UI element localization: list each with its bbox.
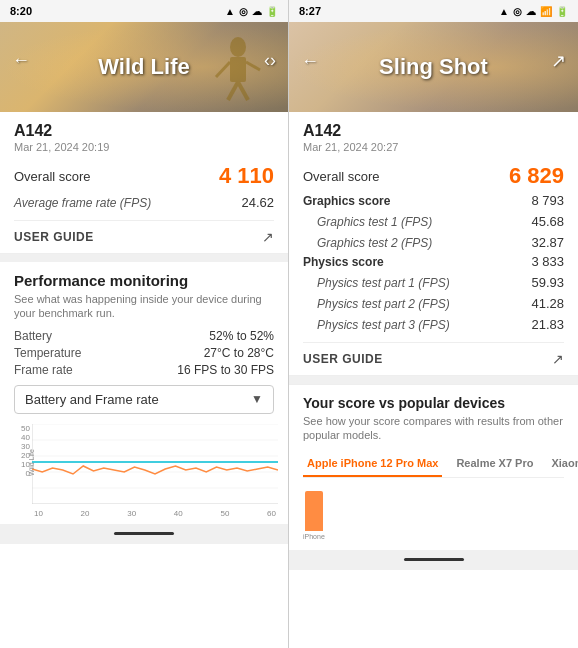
right-nav-bar: ← ↗ bbox=[289, 44, 578, 78]
right-signal-icon: ▲ bbox=[499, 6, 509, 17]
physics-test3-value: 21.83 bbox=[531, 317, 564, 332]
left-device-id: A142 bbox=[14, 122, 274, 140]
right-share-icon[interactable]: ↗ bbox=[552, 351, 564, 367]
perf-title: Performance monitoring bbox=[14, 272, 274, 289]
performance-chart bbox=[32, 424, 278, 504]
battery-icon: 🔋 bbox=[266, 6, 278, 17]
temp-label: Temperature bbox=[14, 346, 81, 360]
right-back-icon[interactable]: ← bbox=[301, 51, 319, 72]
left-fps-value: 24.62 bbox=[241, 195, 274, 210]
chart-wrapper: 50 40 30 20 10 0 bbox=[10, 424, 278, 518]
physics-test3-row: Physics test part 3 (FPS) 21.83 bbox=[303, 317, 564, 332]
right-overall-value: 6 829 bbox=[509, 163, 564, 189]
chart-area: 50 40 30 20 10 0 bbox=[0, 420, 288, 524]
svg-line-2 bbox=[228, 82, 238, 100]
right-time: 8:27 bbox=[299, 5, 321, 17]
left-status-bar: 8:20 ▲ ◎ ☁ 🔋 bbox=[0, 0, 288, 22]
popular-section: Your score vs popular devices See how yo… bbox=[289, 384, 578, 550]
popular-title: Your score vs popular devices bbox=[303, 395, 564, 411]
left-overall-label: Overall score bbox=[14, 169, 91, 184]
dropdown-selected: Battery and Frame rate bbox=[25, 392, 159, 407]
physics-test2-value: 41.28 bbox=[531, 296, 564, 311]
right-user-guide: USER GUIDE bbox=[303, 352, 383, 366]
right-status-icons: ▲ ◎ ☁ 📶 🔋 bbox=[499, 6, 568, 17]
graphics-test2-value: 32.87 bbox=[531, 235, 564, 250]
physics-label: Physics score bbox=[303, 255, 384, 269]
right-dnd-icon: ◎ bbox=[513, 6, 522, 17]
bar-label-iphone: iPhone bbox=[303, 533, 325, 540]
right-score-section: A142 Mar 21, 2024 20:27 Overall score 6 … bbox=[289, 112, 578, 376]
physics-test1-label: Physics test part 1 (FPS) bbox=[317, 276, 450, 290]
right-overall-row: Overall score 6 829 bbox=[303, 163, 564, 189]
bar-group-1: iPhone bbox=[303, 491, 325, 540]
right-share-nav-icon[interactable]: ↗ bbox=[551, 50, 566, 72]
graphics-test2-row: Graphics test 2 (FPS) 32.87 bbox=[303, 235, 564, 250]
perf-monitoring-section: Performance monitoring See what was happ… bbox=[0, 262, 288, 420]
right-phone-panel: 8:27 ▲ ◎ ☁ 📶 🔋 ← ↗ Sling Shot A142 Mar 2… bbox=[289, 0, 578, 648]
battery-row: Battery 52% to 52% bbox=[14, 329, 274, 343]
frame-rate-row: Frame rate 16 FPS to 30 FPS bbox=[14, 363, 274, 377]
physics-row: Physics score 3 833 bbox=[303, 254, 564, 269]
graphics-test2-label: Graphics test 2 (FPS) bbox=[317, 236, 432, 250]
popular-chart: iPhone bbox=[303, 484, 564, 544]
left-status-icons: ▲ ◎ ☁ 🔋 bbox=[225, 6, 278, 17]
physics-test2-row: Physics test part 2 (FPS) 41.28 bbox=[303, 296, 564, 311]
physics-test1-row: Physics test part 1 (FPS) 59.93 bbox=[303, 275, 564, 290]
back-icon[interactable]: ← bbox=[12, 50, 30, 71]
cloud-icon: ☁ bbox=[252, 6, 262, 17]
right-overall-label: Overall score bbox=[303, 169, 380, 184]
right-bottom-nav bbox=[289, 550, 578, 570]
dnd-icon: ◎ bbox=[239, 6, 248, 17]
right-cloud-icon: ☁ bbox=[526, 6, 536, 17]
tab-iphone12promax[interactable]: Apple iPhone 12 Pro Max bbox=[303, 451, 442, 477]
device-tabs-row: Apple iPhone 12 Pro Max Realme X7 Pro Xi… bbox=[303, 451, 564, 478]
right-battery-icon: 🔋 bbox=[556, 6, 568, 17]
physics-value: 3 833 bbox=[531, 254, 564, 269]
bar-iphone bbox=[305, 491, 323, 531]
left-nav-bar: ← ‹› bbox=[0, 44, 288, 77]
left-fps-row: Average frame rate (FPS) 24.62 bbox=[14, 195, 274, 210]
signal-icon: ▲ bbox=[225, 6, 235, 17]
chart-plot-area: 10 20 30 40 50 60 Wild Life bbox=[32, 424, 278, 518]
physics-test2-label: Physics test part 2 (FPS) bbox=[317, 297, 450, 311]
right-user-guide-row: USER GUIDE ↗ bbox=[303, 342, 564, 367]
chart-dropdown[interactable]: Battery and Frame rate ▼ bbox=[14, 385, 274, 414]
right-device-id: A142 bbox=[303, 122, 564, 140]
graphics-test1-label: Graphics test 1 (FPS) bbox=[317, 215, 432, 229]
right-home-indicator bbox=[404, 558, 464, 561]
chevron-down-icon: ▼ bbox=[251, 392, 263, 406]
right-hero-wrapper: ← ↗ Sling Shot bbox=[289, 22, 578, 112]
left-share-icon[interactable]: ↗ bbox=[262, 229, 274, 245]
left-overall-row: Overall score 4 110 bbox=[14, 163, 274, 189]
left-score-section: A142 Mar 21, 2024 20:19 Overall score 4 … bbox=[0, 112, 288, 254]
left-hero-wrapper: ← ‹› Wild Life bbox=[0, 22, 288, 112]
y-axis-title: Wild Life bbox=[28, 449, 35, 476]
left-date: Mar 21, 2024 20:19 bbox=[14, 141, 274, 153]
left-home-indicator bbox=[114, 532, 174, 535]
temp-row: Temperature 27°C to 28°C bbox=[14, 346, 274, 360]
battery-label: Battery bbox=[14, 329, 52, 343]
left-phone-panel: 8:20 ▲ ◎ ☁ 🔋 ← ‹› Wild Life bbox=[0, 0, 289, 648]
tab-realmex7pro[interactable]: Realme X7 Pro bbox=[452, 451, 537, 477]
share-nav-icon[interactable]: ‹› bbox=[264, 50, 276, 71]
battery-value: 52% to 52% bbox=[209, 329, 274, 343]
left-overall-value: 4 110 bbox=[219, 163, 274, 189]
graphics-value: 8 793 bbox=[531, 193, 564, 208]
popular-desc: See how your score compares with results… bbox=[303, 414, 564, 443]
frame-rate-value: 16 FPS to 30 FPS bbox=[177, 363, 274, 377]
left-bottom-nav bbox=[0, 524, 288, 544]
right-wifi-icon: 📶 bbox=[540, 6, 552, 17]
physics-test1-value: 59.93 bbox=[531, 275, 564, 290]
left-user-guide-row: USER GUIDE ↗ bbox=[14, 220, 274, 245]
right-status-bar: 8:27 ▲ ◎ ☁ 📶 🔋 bbox=[289, 0, 578, 22]
graphics-label: Graphics score bbox=[303, 194, 390, 208]
graphics-test1-value: 45.68 bbox=[531, 214, 564, 229]
frame-rate-label: Frame rate bbox=[14, 363, 73, 377]
x-axis-labels: 10 20 30 40 50 60 bbox=[32, 509, 278, 518]
svg-line-3 bbox=[238, 82, 248, 100]
graphics-row: Graphics score 8 793 bbox=[303, 193, 564, 208]
tab-xiaomi[interactable]: Xiaomi M... bbox=[547, 451, 578, 477]
left-time: 8:20 bbox=[10, 5, 32, 17]
graphics-test1-row: Graphics test 1 (FPS) 45.68 bbox=[303, 214, 564, 229]
physics-test3-label: Physics test part 3 (FPS) bbox=[317, 318, 450, 332]
